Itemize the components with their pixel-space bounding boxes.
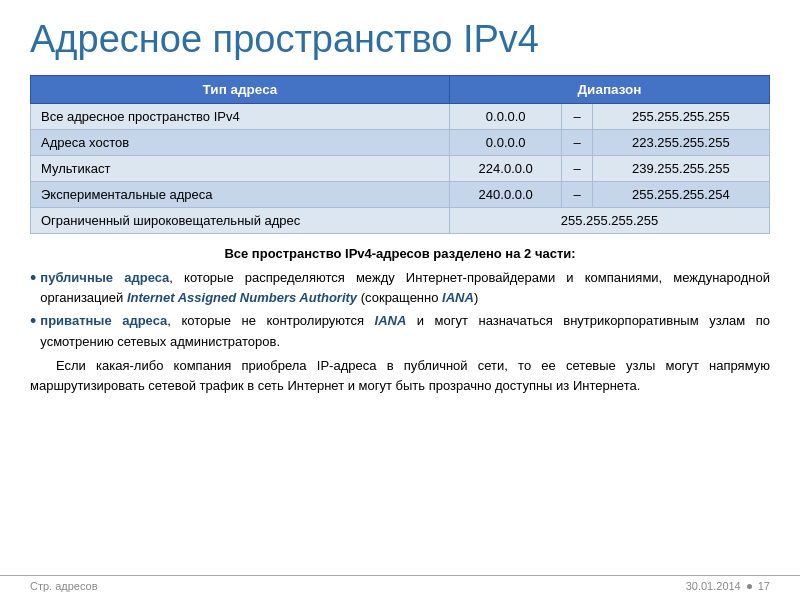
col-header-range: Диапазон [450,76,770,104]
iana-abbr: IANA [442,290,474,305]
footer-page: 17 [758,580,770,592]
row-from-3: 224.0.0.0 [450,156,562,182]
row-to-2: 223.255.255.255 [592,130,769,156]
row-type-5: Ограниченный широковещательный адрес [31,208,450,234]
iana-ref: IANA [375,313,407,328]
intro-text: Все пространство IPv4-адресов разделено … [30,244,770,264]
row-from-2: 0.0.0.0 [450,130,562,156]
slide: Адресное пространство IPv4 Тип адреса Ди… [0,0,800,600]
footer: Стр. адресов 30.01.2014 17 [0,575,800,592]
table-row: Ограниченный широковещательный адрес 255… [31,208,770,234]
bullet-1-abbr: (сокращенно [361,290,439,305]
row-type-2: Адреса хостов [31,130,450,156]
content-block: Все пространство IPv4-адресов разделено … [30,244,770,396]
page-title: Адресное пространство IPv4 [30,18,770,61]
footer-date: 30.01.2014 [686,580,741,592]
row-from-4: 240.0.0.0 [450,182,562,208]
bullet-2-content: приватные адреса, которые не контролирую… [40,311,770,351]
row-to-1: 255.255.255.255 [592,104,769,130]
row-to-4: 255.255.255.254 [592,182,769,208]
row-single-5: 255.255.255.255 [450,208,770,234]
row-dash-3: – [562,156,592,182]
bullet-icon-1: • [30,266,36,291]
row-type-4: Экспериментальные адреса [31,182,450,208]
bullet-2-label: приватные адреса [40,313,167,328]
table-row: Адреса хостов 0.0.0.0 – 223.255.255.255 [31,130,770,156]
bullet-2-text: , которые не контролируются [167,313,364,328]
row-dash-4: – [562,182,592,208]
table-row: Экспериментальные адреса 240.0.0.0 – 255… [31,182,770,208]
row-type-1: Все адресное пространство IPv4 [31,104,450,130]
bullet-1-label: публичные адреса [40,270,169,285]
row-dash-1: – [562,104,592,130]
bullet-1-close: ) [474,290,478,305]
closing-paragraph: Если какая-либо компания приобрела IP-ад… [30,356,770,396]
footer-left: Стр. адресов [30,580,98,592]
row-to-3: 239.255.255.255 [592,156,769,182]
bullet-2: • приватные адреса, которые не контролир… [30,311,770,351]
bullet-icon-2: • [30,309,36,334]
table-row: Мультикаст 224.0.0.0 – 239.255.255.255 [31,156,770,182]
bullet-1-content: публичные адреса, которые распределяются… [40,268,770,308]
footer-dot-icon [747,584,752,589]
iana-full-name: Internet Assigned Numbers Authority [127,290,357,305]
row-dash-2: – [562,130,592,156]
col-header-type: Тип адреса [31,76,450,104]
footer-right: 30.01.2014 17 [686,580,770,592]
bullet-1: • публичные адреса, которые распределяют… [30,268,770,308]
table-row: Все адресное пространство IPv4 0.0.0.0 –… [31,104,770,130]
address-table: Тип адреса Диапазон Все адресное простра… [30,75,770,234]
row-type-3: Мультикаст [31,156,450,182]
row-from-1: 0.0.0.0 [450,104,562,130]
